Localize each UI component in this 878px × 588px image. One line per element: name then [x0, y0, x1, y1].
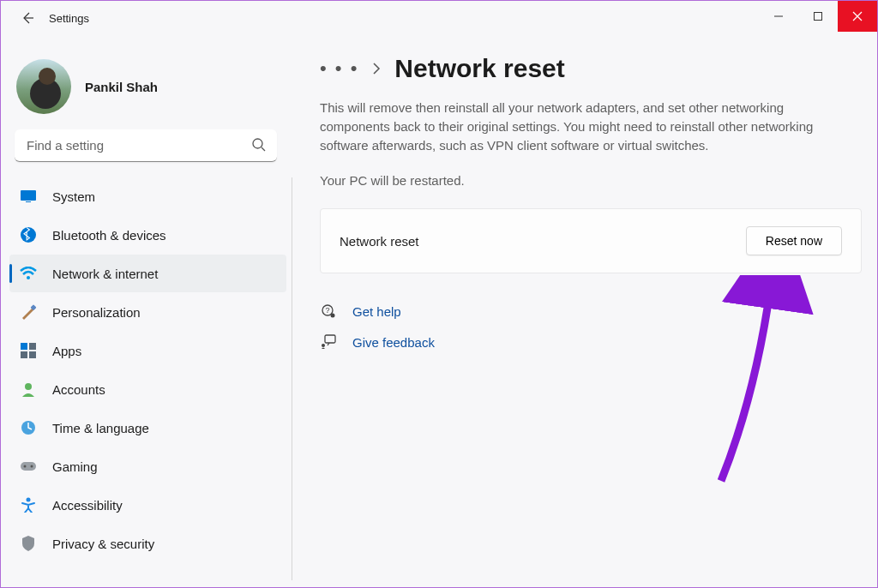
- nav-label: Network & internet: [52, 267, 158, 281]
- sidebar-item-network[interactable]: Network & internet: [9, 255, 286, 292]
- page-title: Network reset: [394, 54, 564, 83]
- svg-point-15: [25, 383, 32, 390]
- accessibility-icon: [20, 496, 37, 513]
- person-icon: [20, 381, 37, 398]
- sidebar: Pankil Shah System Bluetooth & devices N…: [1, 45, 292, 585]
- close-icon: [852, 11, 863, 21]
- back-button[interactable]: [13, 3, 42, 33]
- sidebar-item-accessibility[interactable]: Accessibility: [9, 486, 286, 524]
- breadcrumb-overflow[interactable]: • • •: [320, 57, 358, 80]
- window-controls: [759, 1, 877, 32]
- clock-globe-icon: [20, 419, 37, 436]
- feedback-label: Give feedback: [352, 335, 435, 350]
- nav-label: Accessibility: [52, 498, 123, 513]
- sidebar-item-system[interactable]: System: [9, 177, 286, 215]
- get-help-link[interactable]: ? Get help: [320, 303, 862, 320]
- svg-text:?: ?: [325, 306, 329, 315]
- bluetooth-icon: [20, 226, 37, 243]
- svg-point-19: [31, 465, 33, 468]
- svg-point-23: [331, 314, 335, 318]
- nav-list: System Bluetooth & devices Network & int…: [9, 177, 292, 580]
- svg-rect-13: [21, 351, 27, 358]
- svg-point-20: [27, 498, 31, 502]
- sidebar-item-personalization[interactable]: Personalization: [9, 293, 286, 331]
- network-reset-card: Network reset Reset now: [320, 208, 862, 273]
- card-label: Network reset: [340, 234, 419, 249]
- wifi-icon: [20, 265, 37, 282]
- svg-point-18: [24, 465, 27, 468]
- window-title: Settings: [49, 12, 89, 25]
- main-content: • • • Network reset This will remove the…: [320, 54, 862, 364]
- profile-name: Pankil Shah: [85, 80, 158, 94]
- sidebar-item-accounts[interactable]: Accounts: [9, 370, 286, 408]
- search-input[interactable]: [15, 129, 277, 162]
- svg-rect-1: [815, 13, 822, 21]
- nav-label: Time & language: [52, 421, 149, 435]
- feedback-icon: [320, 333, 337, 351]
- nav-label: Personalization: [52, 305, 141, 320]
- reset-now-button[interactable]: Reset now: [746, 226, 842, 255]
- close-button[interactable]: [838, 1, 877, 32]
- search-wrap: [15, 129, 277, 162]
- svg-rect-24: [325, 335, 335, 343]
- maximize-button[interactable]: [798, 1, 838, 32]
- gamepad-icon: [20, 458, 37, 475]
- nav-label: Privacy & security: [52, 537, 154, 551]
- minimize-icon: [773, 11, 784, 21]
- sidebar-item-bluetooth[interactable]: Bluetooth & devices: [9, 216, 286, 254]
- avatar: [16, 59, 71, 114]
- chevron-right-icon: [372, 63, 381, 75]
- svg-rect-12: [29, 343, 36, 350]
- paintbrush-icon: [20, 303, 37, 321]
- sidebar-item-privacy[interactable]: Privacy & security: [9, 525, 286, 562]
- nav-label: Apps: [52, 344, 81, 358]
- nav-label: Accounts: [52, 382, 105, 397]
- page-description: This will remove then reinstall all your…: [320, 99, 843, 154]
- titlebar: Settings: [1, 1, 877, 35]
- nav-label: System: [52, 189, 95, 204]
- svg-rect-7: [26, 201, 31, 202]
- shield-icon: [20, 535, 37, 552]
- svg-point-4: [253, 139, 262, 148]
- maximize-icon: [813, 11, 823, 21]
- sidebar-item-time-language[interactable]: Time & language: [9, 409, 286, 447]
- sidebar-item-apps[interactable]: Apps: [9, 332, 286, 369]
- nav-label: Gaming: [52, 459, 98, 474]
- apps-icon: [20, 342, 37, 359]
- svg-point-8: [21, 227, 36, 243]
- give-feedback-link[interactable]: Give feedback: [320, 333, 862, 351]
- arrow-left-icon: [21, 11, 34, 25]
- restart-note: Your PC will be restarted.: [320, 173, 862, 188]
- breadcrumb: • • • Network reset: [320, 54, 862, 83]
- profile-block[interactable]: Pankil Shah: [9, 54, 292, 129]
- get-help-label: Get help: [352, 304, 401, 319]
- svg-rect-17: [21, 462, 36, 471]
- system-icon: [20, 188, 37, 205]
- nav-label: Bluetooth & devices: [52, 228, 166, 243]
- sidebar-item-gaming[interactable]: Gaming: [9, 447, 286, 485]
- help-icon: ?: [320, 303, 337, 320]
- svg-rect-14: [29, 351, 36, 358]
- svg-line-5: [262, 147, 265, 151]
- search-icon: [251, 137, 267, 153]
- svg-rect-6: [21, 190, 36, 201]
- svg-rect-11: [21, 343, 27, 350]
- svg-point-25: [322, 344, 325, 347]
- minimize-button[interactable]: [759, 1, 798, 32]
- svg-point-9: [27, 276, 30, 279]
